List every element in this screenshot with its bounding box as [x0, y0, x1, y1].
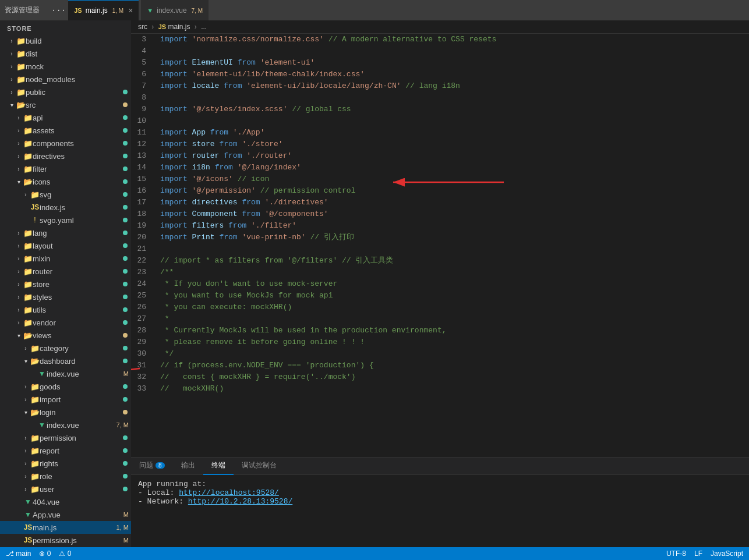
- status-language[interactable]: JavaScript: [711, 550, 743, 558]
- sidebar-item-svg[interactable]: ›📁svg: [0, 188, 131, 201]
- line-number: 16: [131, 185, 156, 197]
- sidebar-item-styles[interactable]: ›📁styles: [0, 290, 131, 303]
- line-number: 8: [131, 92, 156, 104]
- badge-dot: [123, 384, 128, 389]
- sidebar-item-index-js[interactable]: JSindex.js: [0, 201, 131, 214]
- line-number: 30: [131, 348, 156, 360]
- sidebar-item-category[interactable]: ›📁category: [0, 342, 131, 355]
- status-warnings[interactable]: ⚠ 0: [59, 550, 71, 558]
- sidebar-item-login[interactable]: ▾📂login: [0, 406, 131, 419]
- sidebar-item-import[interactable]: ›📁import: [0, 393, 131, 406]
- line-content: // const { mockXHR } = require('../mock'…: [158, 371, 749, 383]
- sidebar-item-src[interactable]: ▾📂src: [0, 98, 131, 111]
- panel-tab-debugconsole[interactable]: 调试控制台: [234, 458, 285, 475]
- tab-main-js[interactable]: JS main.js 1, M ×: [68, 0, 139, 20]
- more-icon[interactable]: ···: [51, 6, 66, 15]
- sidebar-item-api[interactable]: ›📁api: [0, 111, 131, 124]
- badge-dot: [123, 320, 128, 325]
- sidebar-item-views[interactable]: ▾📂views: [0, 329, 131, 342]
- code-editor[interactable]: 3import 'normalize.css/normalize.css' //…: [131, 34, 749, 457]
- sidebar-item-mixin[interactable]: ›📁mixin: [0, 252, 131, 265]
- sidebar-item-user[interactable]: ›📁user: [0, 483, 131, 495]
- line-number: 21: [131, 243, 156, 255]
- sidebar-item-vendor[interactable]: ›📁vendor: [0, 316, 131, 329]
- sidebar-item-mock[interactable]: ›📁mock: [0, 60, 131, 73]
- line-content: import Print from 'vue-print-nb' // 引入打印: [158, 232, 749, 243]
- line-content: * Currently MockJs will be used in the p…: [158, 325, 749, 336]
- explorer-title: 资源管理器: [5, 5, 40, 15]
- tab-index-vue[interactable]: ▼ index.vue 7, M: [141, 0, 209, 20]
- line-number: 15: [131, 173, 156, 185]
- line-number: 5: [131, 57, 156, 69]
- sidebar-item-filter[interactable]: ›📁filter: [0, 162, 131, 175]
- line-content: // import * as filters from '@/filters' …: [158, 255, 749, 267]
- sidebar-item-report[interactable]: ›📁report: [0, 444, 131, 457]
- sidebar-item-directives[interactable]: ›📁directives: [0, 150, 131, 162]
- js-file-icon: JS: [23, 523, 33, 531]
- sidebar-item-login-index[interactable]: ▼index.vue7, M: [0, 419, 131, 431]
- tab-index-vue-label: index.vue: [157, 6, 186, 15]
- panel-tab-output[interactable]: 输出: [173, 458, 203, 475]
- code-line-24: 24 * If you don't want to use mock-serve…: [131, 278, 749, 290]
- sidebar-item-rights[interactable]: ›📁rights: [0, 457, 131, 470]
- sidebar-item-label: 404.vue: [33, 498, 131, 506]
- js-file-icon: JS: [23, 536, 33, 544]
- sidebar-item-store[interactable]: ›📁store: [0, 278, 131, 290]
- arrow-icon: ›: [14, 256, 23, 262]
- status-line-ending[interactable]: LF: [694, 550, 702, 558]
- line-content: import filters from './filter': [158, 220, 749, 232]
- sidebar-item-404-vue[interactable]: ▼404.vue: [0, 495, 131, 508]
- terminal-content[interactable]: App running at: - Local: http://localhos…: [131, 475, 749, 547]
- line-content: */: [158, 348, 749, 360]
- sidebar-item-lang[interactable]: ›📁lang: [0, 226, 131, 239]
- sidebar-item-layout[interactable]: ›📁layout: [0, 239, 131, 252]
- badge-dot: [123, 487, 128, 491]
- sidebar-item-build[interactable]: ›📁build: [0, 34, 131, 47]
- sidebar-item-goods[interactable]: ›📁goods: [0, 380, 131, 393]
- code-line-9: 9import '@/styles/index.scss' // global …: [131, 104, 749, 115]
- sidebar-item-utils[interactable]: ›📁utils: [0, 303, 131, 316]
- arrow-icon: ›: [21, 345, 30, 352]
- sidebar-item-assets[interactable]: ›📁assets: [0, 124, 131, 137]
- sidebar-item-components[interactable]: ›📁components: [0, 137, 131, 150]
- panel-tab-terminal[interactable]: 终端: [203, 458, 234, 475]
- status-errors[interactable]: ⊗ 0: [39, 550, 51, 558]
- sidebar-item-app-vue[interactable]: ▼App.vueM: [0, 508, 131, 521]
- badge-dot: [123, 448, 128, 453]
- sidebar-item-label: permission: [40, 434, 123, 442]
- line-content: import router from './router': [158, 150, 749, 162]
- code-line-20: 20import Print from 'vue-print-nb' // 引入…: [131, 232, 749, 243]
- line-number: 13: [131, 150, 156, 162]
- arrow-icon: ›: [21, 384, 30, 390]
- sidebar-item-svgo-yaml[interactable]: !svgo.yaml: [0, 214, 131, 226]
- sidebar-item-dashboard[interactable]: ▾📂dashboard: [0, 355, 131, 367]
- sidebar-item-router[interactable]: ›📁router: [0, 265, 131, 278]
- badge-dot: [123, 231, 128, 235]
- sidebar-item-permission[interactable]: ›📁permission: [0, 431, 131, 444]
- arrow-icon: ›: [14, 294, 23, 300]
- line-number: 10: [131, 115, 156, 127]
- sidebar-item-dashboard-index[interactable]: ▼index.vueM: [0, 367, 131, 380]
- code-line-25: 25 * you want to use MockJs for mock api: [131, 290, 749, 302]
- line-number: 31: [131, 360, 156, 371]
- status-branch[interactable]: ⎇ main: [6, 550, 31, 558]
- sidebar-item-label: login: [40, 408, 123, 417]
- sidebar-item-permission-js[interactable]: JSpermission.jsM: [0, 534, 131, 547]
- line-number: 6: [131, 69, 156, 80]
- sidebar-item-node_modules[interactable]: ›📁node_modules: [0, 73, 131, 86]
- sidebar-item-dist[interactable]: ›📁dist: [0, 47, 131, 60]
- code-line-30: 30 */: [131, 348, 749, 360]
- sidebar-item-main-js-side[interactable]: JSmain.js1, M: [0, 521, 131, 534]
- main-area: STORE ›📁build›📁dist›📁mock›📁node_modules›…: [0, 20, 749, 547]
- sidebar-item-role[interactable]: ›📁role: [0, 470, 131, 483]
- sidebar-item-icons[interactable]: ▾📂icons: [0, 175, 131, 188]
- panel-tab-problems[interactable]: 问题8: [131, 458, 173, 475]
- code-line-16: 16import '@/permission' // permission co…: [131, 185, 749, 197]
- status-encoding[interactable]: UTF-8: [666, 550, 686, 558]
- line-number: 25: [131, 290, 156, 302]
- sidebar-item-public[interactable]: ›📁public: [0, 86, 131, 98]
- vue-file-icon: ▼: [37, 421, 47, 429]
- sidebar-item-label: api: [33, 114, 123, 122]
- tab-close-icon[interactable]: ×: [128, 6, 133, 15]
- line-content: import store from './store': [158, 139, 749, 150]
